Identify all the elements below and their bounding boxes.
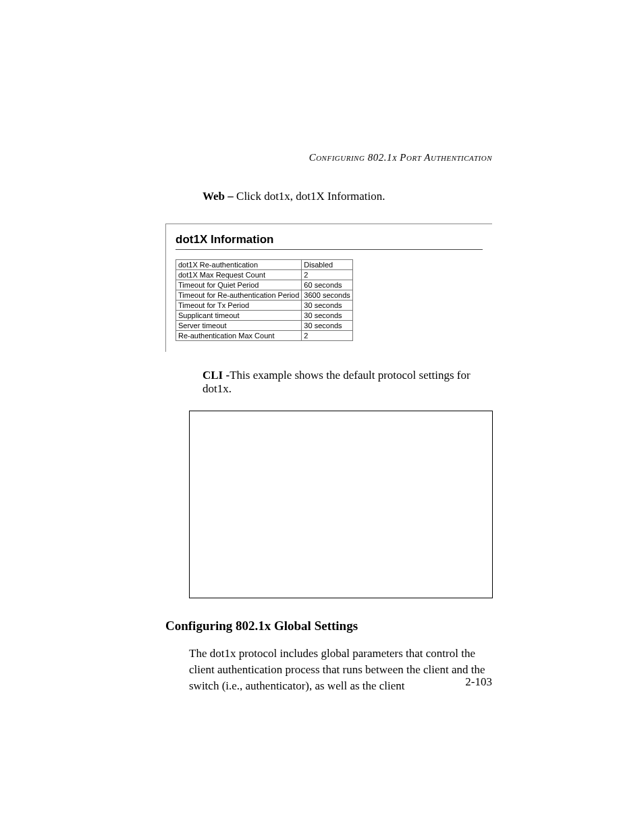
cell-value: 30 seconds [302,320,353,330]
cell-label: Supplicant timeout [176,310,302,320]
cell-value: 30 seconds [302,310,353,320]
web-instruction: Web – Click dot1x, dot1X Information. [203,189,492,205]
web-lead: Web – [203,190,234,203]
cell-value: 3600 seconds [302,290,353,300]
table-row: Timeout for Quiet Period 60 seconds [176,280,353,290]
cli-output-box [189,411,493,598]
cli-rest: This example shows the default protocol … [203,369,471,395]
cell-value: 30 seconds [302,300,353,310]
running-head: Configuring 802.1x Port Authentication [309,152,492,163]
table-row: Timeout for Tx Period 30 seconds [176,300,353,310]
table-row: Server timeout 30 seconds [176,320,353,330]
cell-label: Timeout for Tx Period [176,300,302,310]
cell-label: Server timeout [176,320,302,330]
section-body: The dot1x protocol includes global param… [189,646,492,694]
info-table: dot1X Re-authentication Disabled dot1X M… [176,259,353,341]
panel-divider [176,249,483,250]
cell-label: Re-authentication Max Count [176,330,302,340]
cli-lead: CLI - [203,369,230,382]
web-rest: Click dot1x, dot1X Information. [234,190,385,203]
table-row: dot1X Max Request Count 2 [176,269,353,280]
section-heading: Configuring 802.1x Global Settings [165,619,492,633]
cli-instruction: CLI -This example shows the default prot… [203,369,492,396]
page-number: 2-103 [465,675,492,689]
table-row: Re-authentication Max Count 2 [176,330,353,340]
cell-label: dot1X Max Request Count [176,269,302,280]
cell-label: Timeout for Re-authentication Period [176,290,302,300]
table-row: Supplicant timeout 30 seconds [176,310,353,320]
table-row: Timeout for Re-authentication Period 360… [176,290,353,300]
cell-label: dot1X Re-authentication [176,259,302,269]
cell-value: 2 [302,269,353,280]
page: Configuring 802.1x Port Authentication W… [0,0,644,834]
cell-value: Disabled [302,259,353,269]
info-panel: dot1X Information dot1X Re-authenticatio… [165,224,492,352]
cell-value: 2 [302,330,353,340]
panel-title: dot1X Information [176,233,483,246]
cell-value: 60 seconds [302,280,353,290]
cell-label: Timeout for Quiet Period [176,280,302,290]
table-row: dot1X Re-authentication Disabled [176,259,353,269]
